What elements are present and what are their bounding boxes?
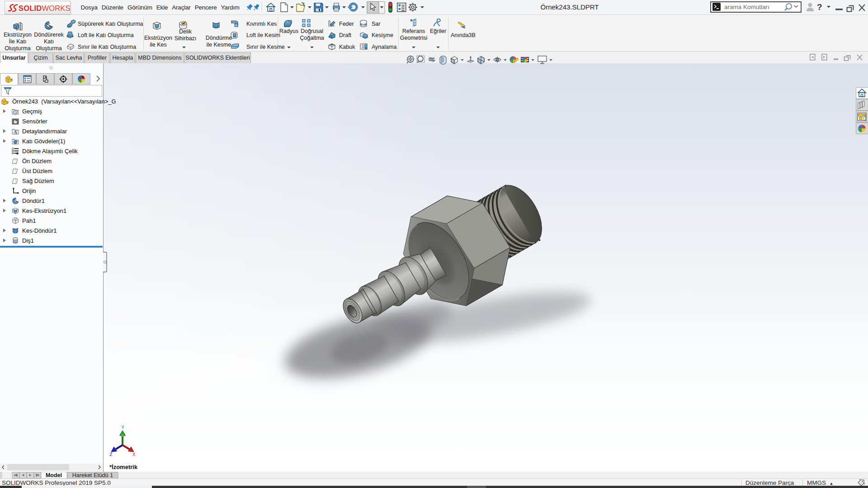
svg-text:arama Komutları: arama Komutları xyxy=(724,4,769,10)
svg-text:Z: Z xyxy=(109,452,113,457)
svg-text:Model: Model xyxy=(46,472,62,479)
svg-text:3D: 3D xyxy=(362,23,365,26)
svg-text:SOLIDWORKS: SOLIDWORKS xyxy=(19,4,70,12)
svg-text:A: A xyxy=(14,130,18,135)
svg-text:X: X xyxy=(132,452,136,457)
svg-text:?: ? xyxy=(817,2,822,12)
svg-text:Hareket Etüdü 1: Hareket Etüdü 1 xyxy=(72,472,113,479)
svg-text:Y: Y xyxy=(122,425,125,430)
